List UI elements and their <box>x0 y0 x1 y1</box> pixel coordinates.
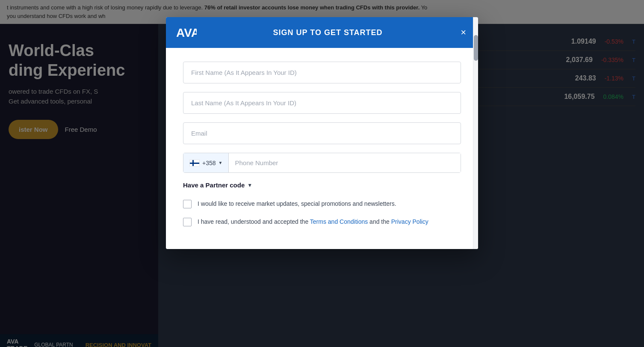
modal-wrapper: AVA SIGN UP TO GET STARTED × <box>166 17 478 249</box>
first-name-input[interactable] <box>183 62 461 83</box>
scrollbar-thumb <box>474 35 478 61</box>
partner-code-chevron-icon: ▼ <box>247 182 252 188</box>
last-name-field <box>183 92 461 114</box>
marketing-checkbox-item: I would like to receive market updates, … <box>183 199 461 208</box>
phone-field: +358 ▼ <box>183 153 461 173</box>
phone-number-input[interactable] <box>229 153 461 172</box>
last-name-input[interactable] <box>183 92 461 114</box>
marketing-label: I would like to receive market updates, … <box>198 199 396 208</box>
country-code-selector[interactable]: +358 ▼ <box>183 153 229 172</box>
svg-text:AVA: AVA <box>176 26 197 39</box>
signup-modal: AVA SIGN UP TO GET STARTED × <box>166 17 478 249</box>
close-button[interactable]: × <box>459 26 468 39</box>
modal-content: AVA SIGN UP TO GET STARTED × <box>166 17 478 249</box>
partner-code-label: Have a Partner code <box>183 181 245 189</box>
country-code-dropdown-icon: ▼ <box>219 160 223 165</box>
phone-field-wrapper: +358 ▼ <box>183 153 461 173</box>
privacy-policy-link[interactable]: Privacy Policy <box>391 218 428 225</box>
modal-body: +358 ▼ Have a Partner code ▼ I would lik… <box>166 48 478 249</box>
modal-title: SIGN UP TO GET STARTED <box>197 28 459 37</box>
email-field <box>183 122 461 144</box>
ava-logo: AVA <box>176 26 197 39</box>
marketing-checkbox[interactable] <box>183 200 192 208</box>
country-code-value: +358 <box>202 160 216 166</box>
partner-code-toggle[interactable]: Have a Partner code ▼ <box>183 181 461 189</box>
email-input[interactable] <box>183 122 461 144</box>
terms-checkbox[interactable] <box>183 218 192 226</box>
modal-header: AVA SIGN UP TO GET STARTED × <box>166 17 478 48</box>
first-name-field <box>183 62 461 83</box>
finland-flag-icon <box>189 160 200 166</box>
ava-logo-svg: AVA <box>176 26 197 39</box>
modal-scrollbar[interactable] <box>473 17 478 249</box>
terms-label: I have read, understood and accepted the… <box>198 217 428 226</box>
terms-checkbox-item: I have read, understood and accepted the… <box>183 217 461 226</box>
terms-and-conditions-link[interactable]: Terms and Conditions <box>310 218 368 225</box>
